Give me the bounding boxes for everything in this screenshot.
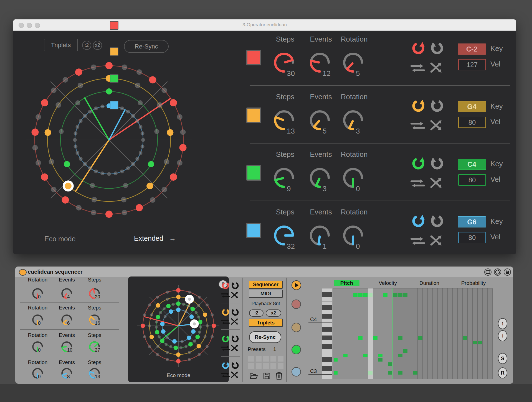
rotate-cw-icon[interactable] <box>411 214 425 228</box>
grid-column[interactable] <box>438 288 443 379</box>
white-key[interactable] <box>322 310 332 314</box>
grid-column[interactable] <box>343 288 348 379</box>
preset-slot[interactable] <box>263 356 269 362</box>
shuffle-icon[interactable] <box>430 177 444 189</box>
note-cell[interactable] <box>398 293 402 297</box>
window-titlebar[interactable]: 3-Operator euclidean <box>13 19 516 31</box>
preset-slot[interactable] <box>256 363 262 369</box>
swap-icon[interactable] <box>221 372 230 378</box>
rotate-ccw-icon[interactable] <box>231 308 239 316</box>
record-button[interactable]: R <box>498 367 507 378</box>
note-cell[interactable] <box>383 293 387 297</box>
events-knob[interactable] <box>61 368 72 379</box>
swap-icon[interactable] <box>411 235 425 247</box>
grid-column[interactable] <box>418 288 423 379</box>
velocity-value-box[interactable]: 80 <box>458 117 486 128</box>
white-key[interactable] <box>322 362 332 366</box>
channel-color-swatch[interactable] <box>110 47 118 56</box>
channel-color-swatch-yellow[interactable] <box>246 107 261 123</box>
note-cell[interactable] <box>463 336 467 340</box>
channel-color-swatch-red[interactable] <box>246 50 261 65</box>
note-cell[interactable] <box>413 371 417 375</box>
grid-column[interactable] <box>413 288 418 379</box>
grid-column[interactable] <box>403 288 408 379</box>
note-cell[interactable] <box>398 354 402 357</box>
white-key[interactable] <box>322 353 332 357</box>
tab-velocity[interactable]: Velocity <box>375 280 401 286</box>
scroll-down-button[interactable]: ↓ <box>498 330 507 341</box>
pattern-display[interactable]: Eco mode <box>128 276 229 382</box>
channel-color-swatch[interactable] <box>110 101 118 109</box>
preset-slot[interactable] <box>270 363 276 369</box>
resync-button[interactable]: Re-Sync <box>249 331 281 343</box>
grid-column[interactable] <box>353 288 358 379</box>
white-key[interactable] <box>322 319 332 322</box>
shuffle-icon[interactable] <box>231 318 240 325</box>
grid-column[interactable] <box>443 288 448 379</box>
rotation-knob[interactable] <box>32 341 43 352</box>
rotation-knob[interactable] <box>343 225 363 246</box>
channel-color-swatch-blue[interactable] <box>246 223 261 238</box>
grid-column[interactable] <box>458 288 463 379</box>
tab-pitch[interactable]: Pitch <box>334 280 359 286</box>
preset-slot[interactable] <box>256 356 262 362</box>
rotate-cw-icon[interactable] <box>411 41 425 55</box>
preset-slot[interactable] <box>278 356 283 362</box>
events-knob[interactable] <box>310 110 330 130</box>
resync-button[interactable]: Re-Sync <box>124 40 169 53</box>
note-cell[interactable] <box>378 358 382 362</box>
grid-column[interactable] <box>453 288 458 379</box>
channel-mute-toggle[interactable] <box>292 345 301 354</box>
rotate-ccw-icon[interactable] <box>231 335 239 343</box>
euclidean-circle-display[interactable] <box>20 51 198 229</box>
white-key[interactable] <box>322 288 332 292</box>
rotate-ccw-icon[interactable] <box>231 361 239 370</box>
note-cell[interactable] <box>403 293 407 297</box>
solo-button[interactable]: S <box>498 353 507 364</box>
velocity-value-box[interactable]: 80 <box>458 174 486 186</box>
triplets-button[interactable]: Triplets <box>249 319 283 327</box>
channel-mute-toggle[interactable] <box>292 367 301 377</box>
grid-column[interactable] <box>378 288 383 379</box>
half-tempo-button[interactable]: :2 <box>249 309 264 317</box>
grid-column[interactable] <box>338 288 343 379</box>
grid-column[interactable] <box>398 288 403 379</box>
key-value-box[interactable]: C-2 <box>458 43 486 55</box>
double-tempo-button[interactable]: x2 <box>266 309 281 317</box>
rotate-cw-icon[interactable] <box>411 156 425 171</box>
note-cell[interactable] <box>378 354 382 357</box>
tab-probability[interactable]: Probability <box>458 280 489 286</box>
grid-column[interactable] <box>373 288 378 379</box>
grid-column[interactable] <box>368 288 373 379</box>
save-preset-icon[interactable] <box>504 269 511 275</box>
swap-icon[interactable] <box>411 120 425 131</box>
note-cell[interactable] <box>473 341 477 344</box>
note-cell[interactable] <box>363 354 368 357</box>
channel-mute-toggle[interactable] <box>292 323 301 332</box>
rotate-ccw-icon[interactable] <box>430 99 444 113</box>
grid-column[interactable] <box>478 288 483 379</box>
grid-column[interactable] <box>408 288 413 379</box>
eco-mode-label[interactable]: Eco mode <box>44 235 76 243</box>
triplets-button[interactable]: Triplets <box>44 39 78 51</box>
half-tempo-button[interactable]: :2 <box>82 41 91 50</box>
events-knob[interactable] <box>61 314 72 326</box>
note-cell[interactable] <box>373 336 378 340</box>
note-cell[interactable] <box>478 341 482 344</box>
rotate-ccw-icon[interactable] <box>430 41 444 55</box>
note-cell[interactable] <box>343 354 348 357</box>
grid-column[interactable] <box>393 288 398 379</box>
channel-color-swatch[interactable] <box>110 74 118 83</box>
grid-column[interactable] <box>463 288 468 379</box>
tab-duration[interactable]: Duration <box>417 280 442 286</box>
preset-slot[interactable] <box>278 363 283 369</box>
white-key[interactable] <box>322 340 332 344</box>
channel-color-swatch-green[interactable] <box>246 165 261 181</box>
white-key[interactable] <box>322 323 332 327</box>
key-value-box[interactable]: G6 <box>458 216 486 227</box>
save-preset-icon[interactable] <box>263 372 271 380</box>
extended-mode-label[interactable]: Extended → <box>134 234 176 242</box>
presets-value[interactable]: 1 <box>273 346 276 352</box>
preset-slot[interactable] <box>248 356 254 362</box>
rotate-ccw-icon[interactable] <box>430 214 444 228</box>
